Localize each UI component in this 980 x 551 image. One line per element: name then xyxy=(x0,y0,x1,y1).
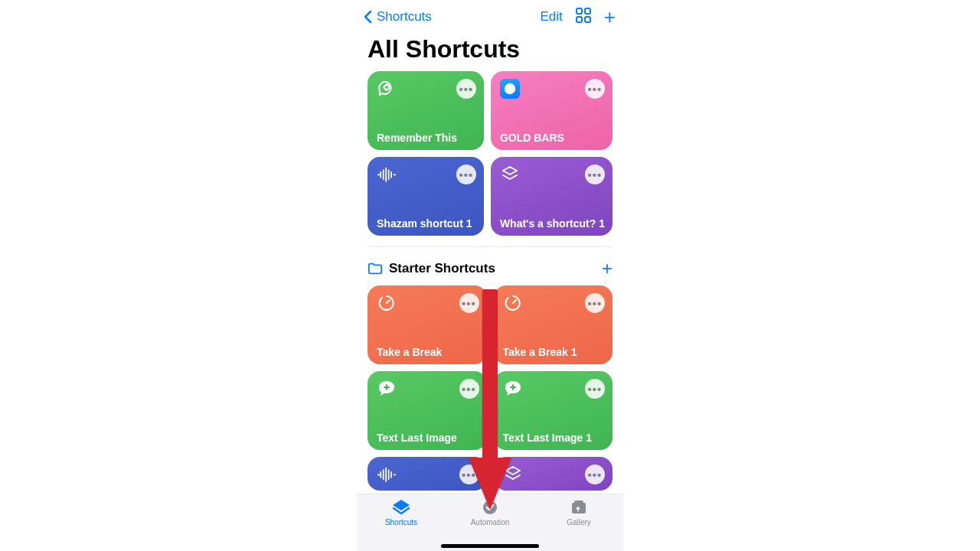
tab-automation[interactable]: Automation xyxy=(459,499,521,527)
more-button[interactable]: ••• xyxy=(585,465,605,484)
page-title: All Shortcuts xyxy=(357,34,623,71)
shortcuts-card[interactable]: •••What's a shortcut? 1 xyxy=(491,157,612,236)
grid-icon xyxy=(575,7,592,24)
home-indicator[interactable] xyxy=(441,544,539,548)
tab-gallery-label: Gallery xyxy=(567,518,591,527)
wave-icon xyxy=(377,165,397,184)
timer-icon xyxy=(503,293,523,313)
wave-icon xyxy=(377,465,397,484)
starter.items-card[interactable]: ••• xyxy=(494,457,613,491)
shortcuts-card[interactable]: •••Remember This xyxy=(368,71,484,150)
tab-shortcuts[interactable]: Shortcuts xyxy=(371,499,432,527)
chevron-left-icon xyxy=(361,10,375,24)
gallery-tab-icon xyxy=(569,499,589,516)
back-button[interactable]: Shortcuts xyxy=(361,9,432,24)
card-label: Take a Break xyxy=(377,346,479,358)
safari-icon xyxy=(500,79,520,99)
starter-section-header: Starter Shortcuts + xyxy=(368,246,612,285)
starter-grid: •••Take a Break•••Take a Break 1•••Text … xyxy=(368,285,612,491)
shortcuts-app: Shortcuts Edit + All Shortcuts •••Rememb… xyxy=(357,0,623,551)
layers-icon xyxy=(500,165,520,184)
timer-icon xyxy=(377,293,397,313)
card-label: Take a Break 1 xyxy=(503,346,606,358)
view-grid-button[interactable] xyxy=(575,7,592,27)
starter.items-card[interactable]: •••Text Last Image 1 xyxy=(494,371,613,450)
more-button[interactable]: ••• xyxy=(459,465,479,484)
starter.items-card[interactable]: •••Text Last Image xyxy=(368,371,487,450)
starter.items-card[interactable]: •••Take a Break xyxy=(368,285,487,364)
card-label: What's a shortcut? 1 xyxy=(500,217,605,230)
svg-rect-3 xyxy=(585,17,590,22)
starter-section-title: Starter Shortcuts xyxy=(389,261,495,276)
svg-rect-11 xyxy=(574,500,583,503)
tab-gallery[interactable]: Gallery xyxy=(548,499,609,527)
more-button[interactable]: ••• xyxy=(585,79,605,99)
tab-automation-label: Automation xyxy=(471,518,510,527)
card-label: Text Last Image 1 xyxy=(503,432,606,444)
shortcuts-card[interactable]: •••GOLD BARS xyxy=(491,71,612,150)
svg-rect-2 xyxy=(577,17,582,22)
automation-tab-icon xyxy=(480,499,500,516)
more-button[interactable]: ••• xyxy=(459,379,479,399)
tab-shortcuts-label: Shortcuts xyxy=(385,518,417,527)
svg-rect-0 xyxy=(577,8,582,14)
msgplus-icon xyxy=(503,379,523,399)
content-area[interactable]: •••Remember This•••GOLD BARS•••Shazam sh… xyxy=(357,71,623,551)
tab-bar: Shortcuts Automation Gallery xyxy=(357,494,623,551)
card-label: GOLD BARS xyxy=(500,132,605,144)
folder-icon xyxy=(368,262,383,276)
card-label: Remember This xyxy=(377,132,476,144)
starter.items-card[interactable]: •••Take a Break 1 xyxy=(494,285,613,364)
add-starter-button[interactable]: + xyxy=(602,258,612,279)
more-button[interactable]: ••• xyxy=(459,293,479,313)
more-button[interactable]: ••• xyxy=(585,379,605,399)
more-button[interactable]: ••• xyxy=(456,165,476,184)
starter.items-card[interactable]: ••• xyxy=(368,457,487,491)
more-button[interactable]: ••• xyxy=(585,165,605,184)
shortcuts-tab-icon xyxy=(391,499,411,516)
card-label: Text Last Image xyxy=(377,432,479,444)
nav-bar: Shortcuts Edit + xyxy=(357,0,623,34)
msgplus-icon xyxy=(377,379,397,399)
head-icon xyxy=(377,79,397,99)
more-button[interactable]: ••• xyxy=(585,293,605,313)
back-label: Shortcuts xyxy=(377,9,432,24)
card-label: Shazam shortcut 1 xyxy=(377,217,476,230)
shortcuts-grid: •••Remember This•••GOLD BARS•••Shazam sh… xyxy=(368,71,612,236)
more-button[interactable]: ••• xyxy=(456,79,476,99)
edit-button[interactable]: Edit xyxy=(541,9,563,24)
layers-icon xyxy=(503,465,523,484)
svg-rect-1 xyxy=(585,8,590,14)
add-shortcut-button[interactable]: + xyxy=(604,7,616,27)
shortcuts-card[interactable]: •••Shazam shortcut 1 xyxy=(368,157,484,236)
